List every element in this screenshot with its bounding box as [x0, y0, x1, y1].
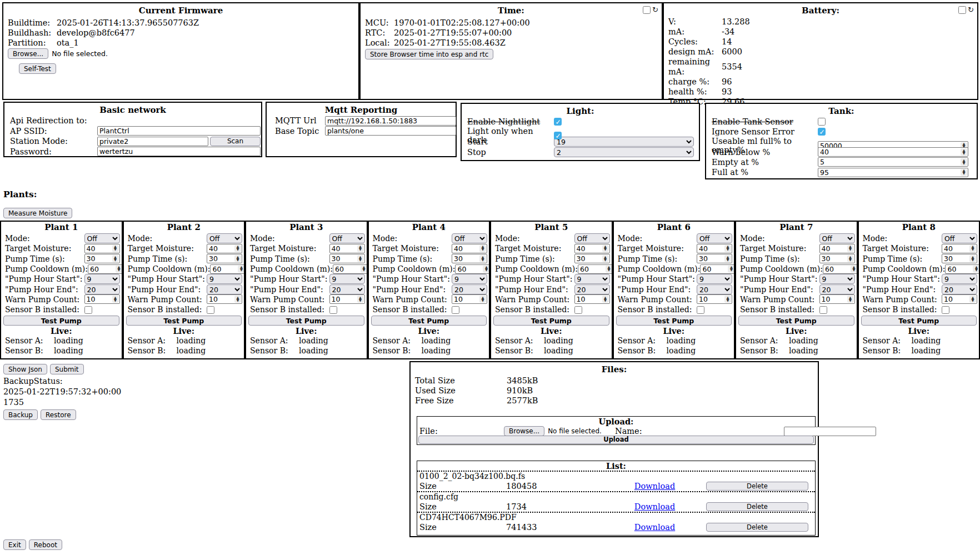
test-pump-button[interactable]: Test Pump [493, 316, 609, 326]
pump-time-input[interactable] [330, 254, 357, 263]
pump-hour-end-select[interactable]: 20 [84, 284, 120, 294]
reboot-button[interactable]: Reboot [29, 539, 62, 550]
test-pump-button[interactable]: Test Pump [616, 316, 732, 326]
spinner-icon[interactable] [969, 245, 976, 252]
ap-ssid-input[interactable] [97, 126, 261, 136]
warn-pump-count-input[interactable] [452, 295, 479, 303]
sensor-b-checkbox[interactable] [329, 306, 337, 314]
upload-button[interactable]: Upload [418, 436, 814, 444]
firmware-browse-button[interactable]: Browse... [8, 48, 48, 59]
pump-time-input[interactable] [575, 254, 602, 263]
target-moisture-input[interactable] [697, 244, 724, 253]
warn-pump-count-input[interactable] [697, 295, 724, 303]
mode-select[interactable]: Off [942, 233, 977, 243]
light-stop-select[interactable]: 2 [554, 147, 694, 157]
store-browser-time-button[interactable]: Store Browser time into esp and rtc [365, 49, 493, 59]
sensor-b-checkbox[interactable] [697, 306, 704, 314]
password-input[interactable] [97, 147, 261, 156]
spinner-icon[interactable] [234, 245, 241, 252]
station-mode-input[interactable] [97, 137, 208, 146]
spinner-icon[interactable] [479, 255, 486, 262]
download-link[interactable]: Download [634, 482, 675, 491]
measure-moisture-button[interactable]: Measure Moisture [3, 208, 72, 218]
backup-button[interactable]: Backup [3, 409, 38, 420]
target-moisture-input[interactable] [575, 244, 602, 253]
tank-sensor-checkbox[interactable] [818, 118, 826, 126]
pump-hour-start-select[interactable]: 9 [697, 274, 732, 284]
target-moisture-input[interactable] [452, 244, 479, 253]
pump-hour-end-select[interactable]: 20 [452, 284, 487, 294]
pump-hour-start-select[interactable]: 9 [452, 274, 487, 284]
nightlight-checkbox[interactable] [554, 118, 562, 126]
spinner-icon[interactable] [479, 296, 486, 303]
pump-cooldown-input[interactable] [823, 265, 851, 273]
spinner-icon[interactable] [602, 296, 609, 303]
warn-pump-count-input[interactable] [820, 295, 847, 303]
scan-button[interactable]: Scan [210, 137, 261, 146]
upload-name-input[interactable] [784, 427, 876, 436]
spinner-icon[interactable] [847, 296, 854, 303]
spinner-icon[interactable] [961, 169, 967, 176]
spinner-icon[interactable] [851, 266, 857, 273]
light-only-dark-checkbox[interactable] [554, 132, 562, 139]
spinner-icon[interactable] [116, 266, 122, 273]
warn-pump-count-input[interactable] [85, 295, 112, 303]
spinner-icon[interactable] [961, 148, 967, 156]
spinner-icon[interactable] [234, 255, 241, 262]
pump-hour-end-select[interactable]: 20 [697, 284, 732, 294]
spinner-icon[interactable] [847, 255, 854, 262]
pump-cooldown-input[interactable] [578, 265, 606, 273]
sensor-b-checkbox[interactable] [452, 306, 459, 314]
empty-at-input[interactable] [818, 158, 961, 166]
target-moisture-input[interactable] [85, 244, 112, 253]
pump-time-input[interactable] [820, 254, 847, 263]
spinner-icon[interactable] [483, 266, 489, 273]
pump-hour-end-select[interactable]: 20 [942, 284, 977, 294]
spinner-icon[interactable] [961, 158, 967, 166]
test-pump-button[interactable]: Test Pump [248, 316, 364, 326]
sensor-b-checkbox[interactable] [84, 306, 92, 314]
pump-time-input[interactable] [697, 254, 724, 263]
pump-time-input[interactable] [452, 254, 479, 263]
delete-button[interactable]: Delete [706, 523, 808, 532]
target-moisture-input[interactable] [330, 244, 357, 253]
warn-pump-count-input[interactable] [207, 295, 234, 303]
mode-select[interactable]: Off [819, 233, 855, 243]
refresh-icon[interactable]: ↻ [968, 6, 974, 14]
restore-button[interactable]: Restore [41, 409, 76, 420]
pump-hour-end-select[interactable]: 20 [819, 284, 855, 294]
refresh-icon[interactable]: ↻ [652, 6, 658, 14]
spinner-icon[interactable] [969, 296, 976, 303]
selftest-button[interactable]: Self-Test [19, 63, 56, 74]
spinner-icon[interactable] [234, 296, 241, 303]
exit-button[interactable]: Exit [3, 539, 26, 550]
battery-auto-refresh-checkbox[interactable] [958, 6, 966, 14]
pump-hour-start-select[interactable]: 9 [329, 274, 365, 284]
pump-cooldown-input[interactable] [701, 265, 728, 273]
pump-cooldown-input[interactable] [211, 265, 238, 273]
spinner-icon[interactable] [357, 255, 364, 262]
sensor-b-checkbox[interactable] [574, 306, 582, 314]
sensor-b-checkbox[interactable] [942, 306, 949, 314]
pump-hour-start-select[interactable]: 9 [819, 274, 855, 284]
test-pump-button[interactable]: Test Pump [861, 316, 977, 326]
spinner-icon[interactable] [724, 245, 731, 252]
spinner-icon[interactable] [973, 266, 979, 273]
pump-time-input[interactable] [207, 254, 234, 263]
delete-button[interactable]: Delete [706, 482, 808, 491]
download-link[interactable]: Download [634, 502, 675, 511]
show-json-button[interactable]: Show Json [3, 364, 47, 374]
mqtt-url-input[interactable] [325, 116, 456, 126]
spinner-icon[interactable] [112, 296, 119, 303]
spinner-icon[interactable] [238, 266, 244, 273]
warn-pump-count-input[interactable] [575, 295, 602, 303]
sensor-b-checkbox[interactable] [819, 306, 827, 314]
warn-below-input[interactable] [818, 148, 961, 156]
spinner-icon[interactable] [724, 255, 731, 262]
spinner-icon[interactable] [724, 296, 731, 303]
base-topic-input[interactable] [325, 126, 456, 136]
spinner-icon[interactable] [606, 266, 612, 273]
pump-hour-start-select[interactable]: 9 [84, 274, 120, 284]
spinner-icon[interactable] [357, 245, 364, 252]
warn-pump-count-input[interactable] [330, 295, 357, 303]
